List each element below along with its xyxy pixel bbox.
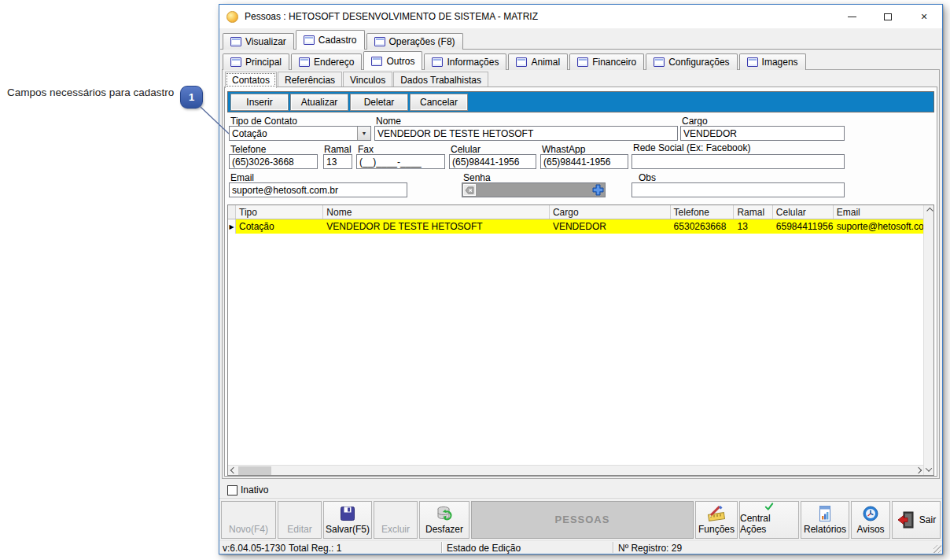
- tab-imagens[interactable]: Imagens: [739, 53, 806, 70]
- relatorios-button[interactable]: Relatórios: [801, 501, 849, 539]
- senha-add-button[interactable]: [592, 184, 604, 196]
- tab-animal[interactable]: Animal: [508, 53, 568, 70]
- salvar-button[interactable]: Salvar(F5): [323, 501, 372, 539]
- desfazer-button[interactable]: Desfazer: [419, 501, 469, 539]
- tab-vinculos[interactable]: Vinculos: [343, 72, 392, 88]
- nome-field[interactable]: [374, 126, 678, 141]
- avisos-button[interactable]: Avisos: [851, 501, 890, 539]
- pessoas-panel: PESSOAS: [471, 501, 694, 539]
- form-icon: [299, 57, 310, 67]
- excluir-button[interactable]: Excluir: [374, 501, 418, 539]
- estado-text: Estado de Edição: [447, 543, 521, 554]
- button-label: Excluir: [381, 524, 410, 535]
- resize-grip[interactable]: [933, 545, 941, 553]
- tab-endereco[interactable]: Endereço: [291, 53, 362, 70]
- whastapp-field[interactable]: [540, 154, 628, 169]
- cell-ramal: 13: [734, 219, 772, 234]
- rede-social-field[interactable]: [631, 154, 845, 169]
- senha-field[interactable]: [462, 182, 606, 197]
- scroll-up-button[interactable]: [924, 205, 934, 216]
- deletar-button[interactable]: Deletar: [350, 94, 408, 111]
- senha-clear-button[interactable]: [463, 184, 476, 196]
- tab-label: Cadastro: [319, 35, 357, 46]
- col-telefone[interactable]: Telefone: [671, 205, 735, 219]
- cell-celular: 65984411956: [773, 219, 834, 234]
- col-nome[interactable]: Nome: [323, 205, 550, 219]
- whastapp-label: WhastApp: [542, 144, 585, 155]
- sair-button[interactable]: Sair: [892, 501, 941, 539]
- telefone-field[interactable]: [229, 154, 318, 169]
- button-label: Central Ações: [740, 513, 798, 535]
- maximize-button[interactable]: [870, 5, 906, 28]
- horizontal-scroll-thumb[interactable]: [238, 466, 271, 475]
- statusbar-divider: [613, 542, 613, 553]
- chevron-down-icon[interactable]: ▼: [357, 127, 370, 140]
- table-row[interactable]: ▶ Cotação VENDEDOR DE TESTE HETOSOFT VEN…: [228, 219, 923, 234]
- tab-dados-trabalhistas[interactable]: Dados Trabalhistas: [393, 72, 488, 88]
- tab-outros[interactable]: Outros: [363, 51, 422, 70]
- inativo-checkbox[interactable]: [227, 485, 238, 496]
- tab-informacoes[interactable]: Informações: [424, 53, 506, 70]
- novo-button[interactable]: Novo(F4): [221, 501, 276, 539]
- tab-referencias[interactable]: Referências: [278, 72, 342, 88]
- scroll-down-button[interactable]: [924, 464, 934, 475]
- form-icon: [516, 57, 527, 67]
- tipo-contato-combobox[interactable]: Cotação ▼: [229, 126, 371, 141]
- fax-label: Fax: [358, 144, 374, 155]
- horizontal-scrollbar[interactable]: [228, 465, 923, 475]
- crud-toolbar: Inserir Atualizar Deletar Cancelar: [227, 91, 934, 112]
- col-email[interactable]: Email: [834, 205, 923, 219]
- tab-cadastro[interactable]: Cadastro: [296, 30, 365, 50]
- cell-tipo: Cotação: [236, 219, 323, 234]
- ramal-label: Ramal: [324, 144, 352, 155]
- tab-label: Animal: [531, 57, 560, 68]
- button-label: Funções: [698, 524, 735, 535]
- fax-field[interactable]: [356, 154, 445, 169]
- ramal-field[interactable]: [323, 154, 352, 169]
- tab-label: Informações: [447, 57, 499, 68]
- status-bar: v:6.04.05-1730 Total Reg.: 1 Estado de E…: [219, 540, 942, 554]
- tab-configuracoes[interactable]: Configurações: [646, 53, 737, 70]
- app-window: Pessoas : HETOSOFT DESENVOLVIMENTO DE SI…: [219, 4, 943, 554]
- rede-social-label: Rede Social (Ex: Facebook): [633, 142, 750, 153]
- scroll-right-button[interactable]: [913, 465, 923, 475]
- atualizar-button[interactable]: Atualizar: [290, 94, 348, 111]
- obs-field[interactable]: [631, 182, 845, 197]
- tab-visualizar[interactable]: Visualizar: [223, 33, 294, 50]
- minimize-button[interactable]: [834, 5, 870, 28]
- col-celular[interactable]: Celular: [773, 205, 834, 219]
- tab-label: Endereço: [314, 57, 354, 68]
- close-icon: ×: [921, 11, 927, 22]
- form-icon: [747, 57, 758, 67]
- email-field[interactable]: [229, 182, 407, 197]
- form-icon: [304, 35, 315, 45]
- inativo-checkbox-row: Inativo: [227, 484, 268, 496]
- celular-field[interactable]: [449, 154, 536, 169]
- col-tipo[interactable]: Tipo: [236, 205, 323, 219]
- funcoes-button[interactable]: Funções: [695, 501, 738, 539]
- editar-button[interactable]: Editar: [278, 501, 322, 539]
- tab-financeiro[interactable]: Financeiro: [569, 53, 644, 70]
- app-sun-icon: [226, 11, 238, 23]
- tab-operacoes[interactable]: Operações (F8): [366, 33, 463, 50]
- minimize-icon: [848, 17, 856, 17]
- col-ramal[interactable]: Ramal: [734, 205, 772, 219]
- vertical-scrollbar[interactable]: [923, 205, 933, 475]
- cargo-field[interactable]: [680, 126, 845, 141]
- cancelar-button[interactable]: Cancelar: [410, 94, 468, 111]
- col-cargo[interactable]: Cargo: [550, 205, 671, 219]
- contacts-grid: Tipo Nome Cargo Telefone Ramal Celular E…: [227, 204, 934, 476]
- tab-label: Imagens: [762, 57, 798, 68]
- scroll-left-button[interactable]: [228, 465, 238, 475]
- form-icon: [230, 57, 241, 67]
- celular-label: Celular: [451, 144, 481, 155]
- form-icon: [654, 57, 665, 67]
- central-acoes-button[interactable]: Central Ações: [739, 501, 799, 539]
- close-button[interactable]: ×: [906, 5, 942, 28]
- tab-principal[interactable]: Principal: [223, 53, 289, 70]
- tab-contatos[interactable]: Contatos: [225, 72, 277, 88]
- inserir-button[interactable]: Inserir: [230, 94, 289, 111]
- email-label: Email: [230, 172, 254, 183]
- alarm-clock-icon: [862, 505, 879, 522]
- main-tabs: Visualizar Cadastro Operações (F8): [223, 30, 465, 50]
